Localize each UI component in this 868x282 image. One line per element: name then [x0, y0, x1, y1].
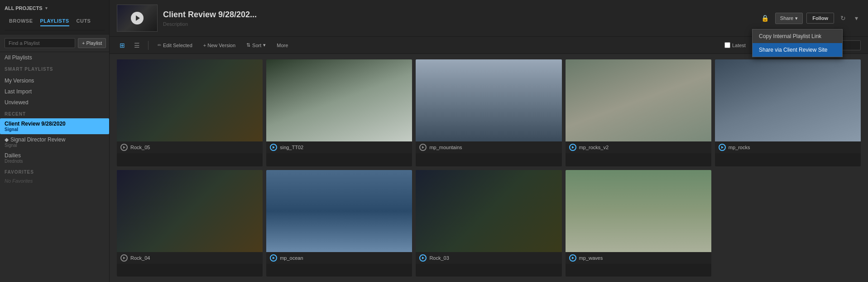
more-options-icon-button[interactable]: ▾ [852, 13, 861, 24]
media-thumb-sing [266, 59, 412, 141]
more-button[interactable]: More [273, 41, 292, 50]
sidebar-top: ALL PROJECTS ▾ BROWSE PLAYLISTS CUTS [0, 0, 109, 34]
share-dropdown-menu: Copy Internal Playlist Link Share via Cl… [752, 29, 843, 57]
sidebar: ALL PROJECTS ▾ BROWSE PLAYLISTS CUTS + P… [0, 0, 110, 282]
media-label-row: mp_rocks_v2 [566, 141, 711, 153]
refresh-icon-button[interactable]: ↻ [838, 13, 849, 24]
sidebar-item-all-playlists[interactable]: All Playlists [0, 52, 109, 63]
nav-item-browse[interactable]: BROWSE [9, 16, 33, 26]
media-name-rock04: Rock_04 [130, 255, 150, 261]
media-name-mprocks-v2: mp_rocks_v2 [579, 145, 609, 150]
media-label-row: mp_mountains [416, 141, 561, 153]
sidebar-item-unviewed[interactable]: Unviewed [0, 97, 109, 108]
media-grid: Rock_05 sing_TT02 mp_mountains mp_rocks_… [110, 54, 868, 282]
share-client-review-item[interactable]: Share via Client Review Site [753, 43, 842, 57]
smart-playlists-title: SMART PLAYLISTS [5, 67, 105, 72]
media-card-mprocks-v2[interactable]: mp_rocks_v2 [566, 59, 711, 166]
share-label: Share [780, 15, 793, 21]
add-playlist-button[interactable]: + Playlist [78, 38, 106, 48]
play-icon-sing [270, 144, 277, 151]
media-thumb-mprocks [715, 59, 861, 141]
pencil-icon: ✏ [158, 43, 161, 48]
main-content: Client Review 9/28/202... Description 🔒 … [110, 0, 868, 282]
no-favorites-text: No Favorites [0, 176, 109, 185]
header-actions: 🔒 Share ▾ Follow ↻ ▾ Copy Internal Playl… [758, 13, 861, 24]
share-chevron-icon: ▾ [795, 15, 798, 21]
media-label-row: Rock_04 [117, 252, 263, 264]
media-label-row: mp_ocean [266, 252, 412, 264]
media-thumb-rock03 [416, 170, 561, 252]
media-card-mpocean[interactable]: mp_ocean [266, 170, 412, 277]
list-view-button[interactable]: ☰ [131, 40, 143, 51]
playlist-title: Client Review 9/28/202... [163, 10, 753, 19]
grid-icon: ⊞ [120, 42, 125, 49]
media-label-row: Rock_05 [117, 141, 263, 153]
lock-icon-button[interactable]: 🔒 [758, 13, 772, 24]
sidebar-item-last-import[interactable]: Last Import [0, 86, 109, 97]
new-version-button[interactable]: + New Version [200, 41, 239, 50]
thumbnail-play-button[interactable] [131, 12, 144, 24]
sidebar-item-dailies[interactable]: Dailies Drednots [0, 150, 109, 166]
favorites-label: FAVORITES [0, 166, 109, 176]
media-card-mpwaves[interactable]: mp_waves [566, 170, 711, 277]
media-name-mpwaves: mp_waves [579, 255, 603, 261]
media-name-rock05: Rock_05 [130, 145, 150, 150]
sort-button[interactable]: ⇅ Sort ▾ [243, 40, 269, 50]
playlist-info: Client Review 9/28/202... Description [163, 10, 753, 27]
media-name-rock03: Rock_03 [429, 255, 449, 261]
nav-item-cuts[interactable]: CUTS [77, 16, 91, 26]
play-icon-rock03 [419, 254, 427, 262]
media-label-row: sing_TT02 [266, 141, 412, 153]
sidebar-item-client-review[interactable]: Client Review 9/28/2020 Signal [0, 118, 109, 134]
sort-icon: ⇅ [246, 42, 250, 48]
latest-checkbox-label[interactable]: Latest [724, 42, 746, 48]
media-name-mpmountains: mp_mountains [429, 145, 462, 150]
media-thumb-mpwaves [566, 170, 711, 252]
copy-internal-link-item[interactable]: Copy Internal Playlist Link [753, 29, 842, 43]
media-card-rock03[interactable]: Rock_03 [416, 170, 561, 277]
project-dropdown[interactable]: ALL PROJECTS ▾ [5, 4, 105, 13]
media-card-rock05[interactable]: Rock_05 [117, 59, 263, 166]
play-icon-mpwaves [569, 254, 576, 262]
sidebar-item-my-versions[interactable]: My Versions [0, 75, 109, 86]
share-button[interactable]: Share ▾ [775, 13, 803, 24]
sidebar-item-signal-director[interactable]: ◆ Signal Director Review Signal [0, 134, 109, 150]
play-icon-mprocks-v2 [569, 144, 576, 151]
grid-view-button[interactable]: ⊞ [117, 40, 128, 51]
nav-item-playlists[interactable]: PLAYLISTS [40, 16, 69, 26]
chevron-down-icon: ▾ [45, 6, 48, 10]
media-name-sing: sing_TT02 [280, 145, 303, 150]
project-title: ALL PROJECTS [5, 5, 43, 11]
play-icon-rock05 [120, 144, 128, 151]
media-card-sing[interactable]: sing_TT02 [266, 59, 412, 166]
media-label-row: mp_rocks [715, 141, 861, 153]
playlist-thumbnail[interactable] [117, 5, 158, 32]
media-thumb-rock04 [117, 170, 263, 252]
find-playlist-input[interactable] [5, 38, 75, 48]
media-name-mpocean: mp_ocean [280, 255, 303, 261]
toolbar-divider [148, 41, 149, 50]
media-card-mpmountains[interactable]: mp_mountains [416, 59, 561, 166]
sidebar-nav: BROWSE PLAYLISTS CUTS [5, 13, 105, 30]
list-icon: ☰ [134, 42, 140, 49]
media-thumb-mpocean [266, 170, 412, 252]
edit-selected-button[interactable]: ✏ Edit Selected [154, 41, 196, 50]
recent-label: RECENT [0, 108, 109, 118]
play-icon-mprocks [719, 144, 726, 151]
play-icon-rock04 [120, 254, 128, 262]
play-icon-mpmountains [419, 144, 427, 151]
follow-button[interactable]: Follow [806, 13, 834, 24]
playlist-header: Client Review 9/28/202... Description 🔒 … [110, 0, 868, 37]
media-name-mprocks: mp_rocks [729, 145, 750, 150]
diamond-icon: ◆ [5, 136, 9, 143]
sidebar-search-row: + Playlist [0, 34, 109, 52]
sort-chevron-icon: ▾ [263, 42, 266, 48]
smart-playlists-section: SMART PLAYLISTS [0, 63, 109, 75]
media-thumb-rock05 [117, 59, 263, 141]
media-thumb-mpmountains [416, 59, 561, 141]
media-label-row: Rock_03 [416, 252, 561, 264]
media-card-rock04[interactable]: Rock_04 [117, 170, 263, 277]
media-card-mprocks[interactable]: mp_rocks [715, 59, 861, 166]
latest-checkbox-input[interactable] [724, 42, 730, 48]
playlist-description: Description [163, 21, 753, 27]
